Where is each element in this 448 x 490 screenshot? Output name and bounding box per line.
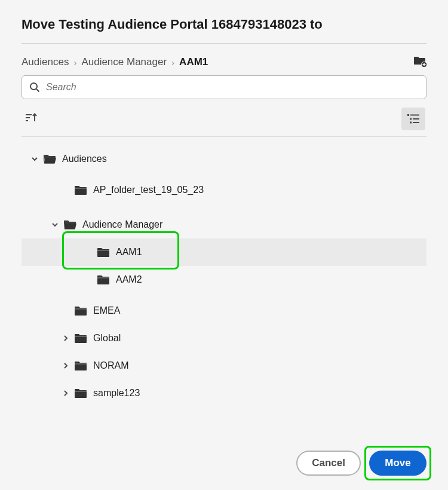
divider [22,43,426,44]
svg-point-4 [30,83,37,90]
search-icon [29,82,40,93]
folder-icon [97,274,110,285]
chevron-right-icon[interactable] [60,362,72,369]
chevron-right-icon: › [73,57,76,68]
svg-rect-12 [410,118,412,120]
svg-rect-16 [75,188,87,189]
svg-rect-19 [75,309,87,310]
tree-row[interactable]: AAM1 [22,238,426,266]
tree-row[interactable]: Audience Manager [22,211,426,238]
svg-line-5 [36,89,39,92]
svg-rect-3 [423,64,426,65]
dialog-title: Move Testing Audience Portal 16847931480… [22,17,426,43]
divider [22,136,426,137]
tree-item-label: NORAM [93,360,129,371]
svg-rect-18 [97,278,109,278]
view-toggle-button[interactable] [401,108,425,130]
svg-rect-11 [410,115,419,116]
breadcrumb-item-audience-manager[interactable]: Audience Manager [81,56,167,68]
chevron-down-icon[interactable] [49,221,61,228]
svg-rect-17 [97,250,109,251]
tree-row[interactable]: AP_folder_test_19_05_23 [22,176,426,204]
tree-row[interactable]: AAM2 [22,266,426,293]
folder-open-icon [43,154,56,164]
tree-item-label: EMEA [93,305,120,316]
add-folder-button[interactable] [413,55,426,69]
tree-row[interactable]: EMEA [22,297,426,324]
svg-rect-22 [75,391,87,392]
svg-rect-10 [407,114,409,116]
svg-rect-21 [75,364,87,365]
cancel-button[interactable]: Cancel [296,451,361,476]
folder-icon [74,333,87,344]
tree-item-label: Audience Manager [82,219,162,230]
breadcrumb: Audiences › Audience Manager › AAM1 [22,56,208,68]
tree-item-label: AP_folder_test_19_05_23 [93,185,204,195]
tree-row[interactable]: Global [22,324,426,352]
folder-add-icon [413,55,426,67]
chevron-down-icon[interactable] [29,155,41,163]
svg-rect-14 [410,122,412,124]
folder-open-icon [63,219,76,230]
folder-icon [74,388,87,399]
search-input[interactable] [46,82,419,93]
sort-icon [25,112,38,123]
breadcrumb-item-audiences[interactable]: Audiences [22,56,69,68]
chevron-right-icon: › [171,57,174,68]
tree-item-label: Audiences [62,154,107,164]
chevron-right-icon[interactable] [60,335,72,342]
list-tree-icon [407,114,419,124]
search-field[interactable] [22,75,426,99]
chevron-right-icon[interactable] [60,390,72,397]
svg-rect-13 [413,118,419,120]
folder-icon [74,305,87,316]
folder-icon [97,247,110,258]
folder-tree: AudiencesAP_folder_test_19_05_23Audience… [22,145,426,407]
tree-item-label: sample123 [93,388,140,399]
tree-item-label: AAM2 [116,274,142,285]
tree-item-label: AAM1 [116,247,142,258]
sort-button[interactable] [23,110,41,128]
folder-icon [74,360,87,371]
tree-row[interactable]: NORAM [22,352,426,379]
tree-row[interactable]: sample123 [22,379,426,407]
tree-row[interactable]: Audiences [22,145,426,173]
folder-icon [74,185,87,195]
svg-rect-20 [75,336,87,337]
tree-item-label: Global [93,333,121,344]
move-button[interactable]: Move [369,451,426,476]
svg-rect-15 [413,122,419,123]
breadcrumb-item-current: AAM1 [179,56,208,68]
